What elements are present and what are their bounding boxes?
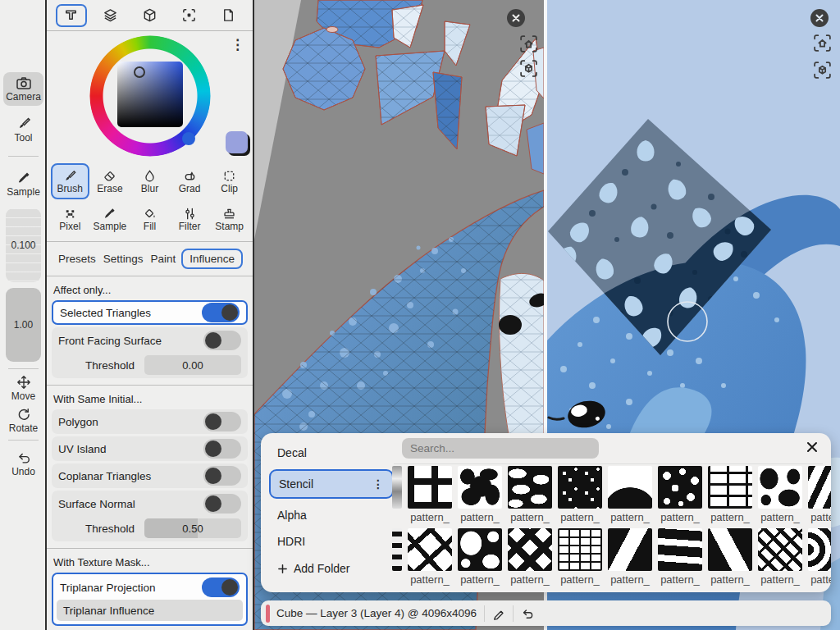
cube-frame-icon [812,60,833,80]
sample-color-button[interactable]: Sample [3,167,43,201]
saturation-value-square[interactable] [117,62,183,127]
pattern-item[interactable]: pattern_ [408,528,452,586]
pattern-item[interactable]: pattern_ [708,528,752,586]
triplanar-influence-label: Triplanar Influence [63,605,154,617]
pattern-item[interactable]: pattern_ [508,466,552,523]
pattern-item[interactable]: pattern_ [658,466,702,523]
model-viewport-close-button[interactable] [810,9,829,27]
polygon-toggle[interactable] [203,412,241,431]
pattern-thumbnail [558,528,602,571]
tab-capture[interactable] [173,4,204,27]
selected-triangles-toggle[interactable] [202,303,240,322]
tool-grad[interactable]: Grad [171,163,209,199]
tool-label: Sample [94,221,127,232]
front-facing-toggle[interactable] [203,331,241,350]
pattern-item[interactable]: pattern_ [558,528,602,586]
uv-viewport-home-button[interactable] [518,34,539,54]
front-facing-row[interactable]: Front Facing Surface [52,328,248,353]
library-search-input[interactable] [402,438,599,459]
hue-cursor[interactable] [182,132,195,145]
threshold-value-field[interactable]: 0.50 [144,518,241,538]
triplanar-projection-toggle[interactable] [202,578,240,597]
tab-paint[interactable]: Paint [148,250,177,267]
pattern-item[interactable] [392,528,402,573]
pattern-item[interactable]: pattern_ [658,528,702,586]
tool-pixel[interactable]: Pixel [51,201,89,237]
edit-layer-button[interactable] [492,607,505,620]
pattern-item[interactable]: pattern_ [408,466,452,523]
selected-triangles-row[interactable]: Selected Triangles [52,300,248,325]
tool-fill[interactable]: Fill [130,201,169,237]
left-toolbar: Camera Tool Sample 0.100 1.00 Move [0,0,47,630]
coplanar-toggle[interactable] [203,466,241,486]
uv-viewport-close-button[interactable] [507,9,525,27]
surface-normal-row[interactable]: Surface Normal [52,491,248,516]
uv-island-row[interactable]: UV Island [52,436,248,461]
folder-decal[interactable]: Decal [269,440,394,466]
pattern-thumbnail [458,528,502,571]
move-button[interactable]: Move [3,372,43,405]
tool-mode-button[interactable]: Tool [3,113,43,147]
polygon-row[interactable]: Polygon [52,409,248,434]
current-color-swatch[interactable] [226,131,248,153]
folder-menu-icon[interactable]: ⋮ [372,477,384,491]
pattern-item[interactable]: pattern_ [558,466,602,523]
tab-document[interactable] [212,4,244,27]
tab-model[interactable] [134,4,165,27]
add-folder-button[interactable]: Add Folder [269,555,394,582]
triplanar-influence-row[interactable]: Triplanar Influence [57,600,243,621]
tool-clip[interactable]: Clip [210,163,249,199]
layer-status-text: Cube — Layer 3 (Layer 4) @ 4096x4096 [276,607,477,619]
threshold-value-field[interactable]: 0.00 [144,355,241,375]
folder-stencil[interactable]: Stencil ⋮ [269,469,394,499]
uv-viewport-frame-object-button[interactable] [518,58,539,79]
rotate-button[interactable]: Rotate [3,404,43,437]
pattern-thumbnail [458,466,502,509]
pattern-item[interactable]: pattern_ [458,528,502,586]
close-icon [511,13,521,23]
library-close-button[interactable] [805,440,821,456]
folder-alpha[interactable]: Alpha [269,502,394,528]
pattern-item[interactable]: pattern_ [808,528,831,586]
status-undo-button[interactable] [521,607,534,620]
sv-cursor[interactable] [134,66,145,78]
pattern-item[interactable]: pattern_ [758,528,802,586]
pattern-item[interactable]: pattern_ [708,466,752,523]
pattern-item[interactable]: pattern_ [608,466,652,523]
brush-opacity-slider[interactable]: 1.00 [6,288,41,362]
camera-icon [16,75,32,90]
tab-layers[interactable] [95,4,126,27]
model-viewport-home-button[interactable] [812,33,833,53]
tool-filter[interactable]: Filter [171,201,209,237]
tab-influence[interactable]: Influence [181,249,243,269]
folder-hdri[interactable]: HDRI [269,528,394,555]
tool-label: Blur [141,183,158,194]
pattern-item[interactable] [392,466,402,511]
coplanar-row[interactable]: Coplanar Triangles [52,463,248,488]
tab-settings[interactable]: Settings [102,250,145,267]
undo-button[interactable]: Undo [3,447,43,481]
uv-island-toggle[interactable] [203,439,241,459]
pattern-item[interactable]: pattern_ [758,466,802,523]
coplanar-label: Coplanar Triangles [58,470,151,482]
tool-erase[interactable]: Erase [91,163,130,199]
tool-blur[interactable]: Blur [130,163,169,199]
pattern-item[interactable]: pattern_ [808,466,831,523]
color-menu-button[interactable]: ⋮ [231,38,244,52]
pattern-item[interactable]: pattern_ [608,528,652,586]
pattern-thumbnail [658,528,702,571]
tool-brush[interactable]: Brush [51,163,89,199]
surface-normal-toggle[interactable] [203,494,241,514]
tool-label: Clip [221,183,238,194]
tool-sample[interactable]: Sample [91,201,130,237]
library-folder-list: Decal Stencil ⋮ Alpha HDRI Add Folder [269,440,394,582]
tool-stamp[interactable]: Stamp [210,201,249,237]
triplanar-projection-row[interactable]: Triplanar Projection [53,575,246,600]
pattern-item[interactable]: pattern_ [508,528,552,586]
camera-mode-button[interactable]: Camera [3,72,43,106]
brush-size-slider[interactable]: 0.100 [6,208,41,282]
tab-presets[interactable]: Presets [57,250,98,267]
tab-paint-tools[interactable] [56,4,87,27]
pattern-item[interactable]: pattern_ [458,466,502,523]
model-viewport-frame-object-button[interactable] [812,60,833,80]
